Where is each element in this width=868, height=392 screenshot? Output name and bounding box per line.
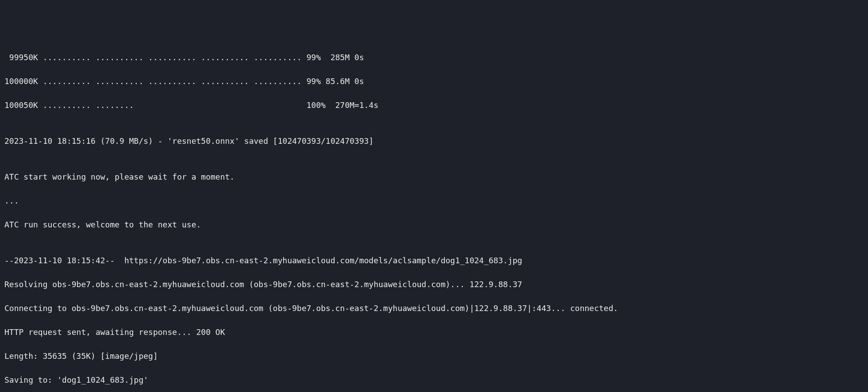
atc-progress-line: ... [4, 195, 864, 207]
http-response-line: HTTP request sent, awaiting response... … [4, 326, 864, 338]
atc-start-line: ATC start working now, please wait for a… [4, 171, 864, 183]
download-progress-line: 100000K .......... .......... ..........… [4, 75, 864, 87]
download-progress-line: 99950K .......... .......... .......... … [4, 51, 864, 63]
terminal-output[interactable]: 99950K .......... .......... .......... … [4, 51, 864, 392]
content-length-line: Length: 35635 (35K) [image/jpeg] [4, 350, 864, 362]
wget-url-line: --2023-11-10 18:15:42-- https://obs-9be7… [4, 254, 864, 266]
saving-to-line: Saving to: 'dog1_1024_683.jpg' [4, 374, 864, 386]
download-progress-line: 100050K .......... ........ 100% 270M=1.… [4, 99, 864, 111]
wget-connecting-line: Connecting to obs-9be7.obs.cn-east-2.myh… [4, 302, 864, 314]
download-saved-line: 2023-11-10 18:15:16 (70.9 MB/s) - 'resne… [4, 135, 864, 147]
wget-resolving-line: Resolving obs-9be7.obs.cn-east-2.myhuawe… [4, 278, 864, 290]
atc-success-line: ATC run success, welcome to the next use… [4, 219, 864, 231]
